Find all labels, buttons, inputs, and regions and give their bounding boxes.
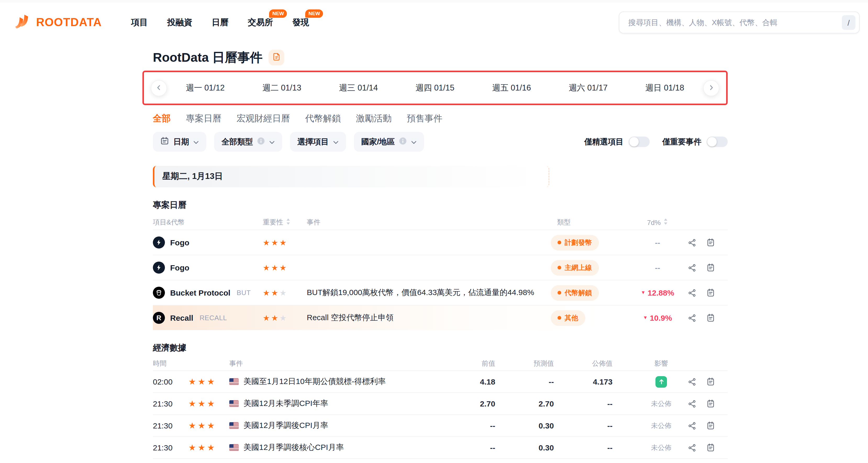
add-to-calendar-button[interactable]	[706, 288, 715, 297]
add-to-calendar-button[interactable]	[706, 443, 715, 452]
row-actions	[683, 238, 728, 247]
add-to-calendar-button[interactable]	[706, 399, 715, 408]
share-button[interactable]	[688, 377, 696, 386]
importance-cell: ★★★	[263, 263, 307, 272]
share-button[interactable]	[688, 263, 696, 272]
tab-project-calendar[interactable]: 專案日曆	[186, 112, 221, 125]
star-filled-icon: ★	[263, 313, 271, 322]
week-day-3[interactable]: 週四 01/15	[416, 82, 455, 93]
star-filled-icon: ★	[271, 263, 280, 272]
share-button[interactable]	[688, 313, 696, 322]
project-row[interactable]: Fogo★★★主網上線--	[153, 255, 728, 280]
week-day-2[interactable]: 週三 01/14	[339, 82, 378, 93]
tab-macro-calendar[interactable]: 宏观財經日曆	[237, 112, 290, 125]
search-box[interactable]: /	[619, 11, 860, 33]
day-section-title: 星期二, 1月13日	[162, 171, 223, 182]
down-triangle-icon: ▼	[641, 290, 646, 295]
toggle-switch-important-only[interactable]	[707, 137, 728, 147]
share-button[interactable]	[688, 443, 696, 452]
event-cell: 美國12月未季調CPI年率	[229, 399, 457, 408]
switch-knob	[629, 137, 639, 146]
sort-icon[interactable]	[286, 218, 290, 227]
economic-row[interactable]: 21:30★★★美國12月未季調CPI年率2.702.70--未公佈	[153, 392, 728, 415]
share-button[interactable]	[688, 421, 696, 430]
project-row[interactable]: Bucket ProtocolBUT★★★BUT解鎖19,000萬枚代幣，價值6…	[153, 280, 728, 305]
window-top-strip	[0, 0, 868, 3]
row-actions	[683, 421, 728, 430]
change-7d: --	[632, 238, 683, 247]
toggle-switch-featured-only[interactable]	[629, 137, 650, 147]
prev-week-button[interactable]	[151, 80, 167, 96]
filter-label: 選擇項目	[297, 137, 329, 147]
filters-row: 日期全部類型選擇項目國家/地區 僅精選項目僅重要事件	[153, 132, 728, 152]
economic-table-header: 時間 事件 前值 預測值 公佈值 影響	[153, 357, 728, 370]
share-button[interactable]	[688, 399, 696, 408]
nav-item-label: 投融資	[167, 18, 192, 26]
search-input[interactable]	[627, 18, 842, 27]
economic-row[interactable]: 21:30★★★美國12月未季調核心CPI年率2.602.70--未公佈	[153, 458, 728, 463]
star-filled-icon: ★	[271, 238, 280, 247]
week-day-0[interactable]: 週一 01/12	[186, 82, 225, 93]
nav-item-label: 日曆	[212, 18, 228, 26]
add-to-calendar-button[interactable]	[706, 377, 715, 386]
col-change7d[interactable]: 7d%	[632, 218, 683, 227]
economic-row[interactable]: 21:30★★★美國12月季調後核心CPI月率--0.30--未公佈	[153, 436, 728, 458]
project-row[interactable]: RRecallRECALL★★★Recall 空投代幣停止申領其他▼10.9%	[153, 305, 728, 330]
project-table-body: Fogo★★★計劃發幣--Fogo★★★主網上線--Bucket Protoco…	[153, 230, 728, 330]
nav-item-calendar[interactable]: 日曆	[212, 17, 228, 28]
nav-item-discover[interactable]: 發現NEW	[292, 17, 309, 28]
rootdata-logo[interactable]: ROOTDATA	[13, 12, 102, 32]
importance-cell: ★★★	[188, 399, 229, 408]
star-filled-icon: ★	[280, 263, 288, 272]
filter-type[interactable]: 全部類型	[214, 132, 282, 152]
week-day-4[interactable]: 週五 01/16	[492, 82, 531, 93]
economic-row[interactable]: 02:00★★★美國至1月12日10年期公債競標-得標利率4.18--4.173	[153, 370, 728, 392]
tab-incentive-activities[interactable]: 激勵活動	[356, 112, 392, 125]
add-to-calendar-button[interactable]	[706, 313, 715, 322]
week-nav-highlight-box: 週一 01/12週二 01/13週三 01/14週四 01/15週五 01/16…	[143, 71, 728, 105]
type-label: 主網上線	[565, 263, 592, 272]
share-button[interactable]	[688, 289, 696, 297]
event-text: 美國12月季調後CPI月率	[243, 421, 328, 431]
col-prev: 前值	[457, 359, 498, 368]
sort-icon[interactable]	[663, 218, 668, 227]
share-button[interactable]	[688, 238, 696, 247]
tab-all[interactable]: 全部	[153, 112, 170, 125]
star-filled-icon: ★	[263, 238, 271, 247]
main-nav: 項目投融資日曆交易所NEW發現NEW	[131, 17, 309, 28]
importance-stars: ★★★	[263, 288, 288, 297]
col-type: 類型	[548, 218, 632, 227]
importance-stars: ★★★	[263, 263, 288, 272]
project-name: Fogo	[170, 263, 189, 272]
importance-cell: ★★★	[188, 377, 229, 387]
add-to-calendar-button[interactable]	[706, 421, 715, 430]
nav-item-funding[interactable]: 投融資	[167, 17, 192, 28]
week-day-5[interactable]: 週六 01/17	[569, 82, 608, 93]
next-week-button[interactable]	[703, 80, 719, 96]
week-day-1[interactable]: 週二 01/13	[262, 82, 301, 93]
col-importance[interactable]: 重要性	[263, 218, 307, 227]
col-event: 事件	[229, 359, 457, 368]
filter-region[interactable]: 國家/地區	[354, 132, 424, 152]
project-row[interactable]: Fogo★★★計劃發幣--	[153, 230, 728, 255]
row-actions	[683, 399, 728, 408]
filter-date[interactable]: 日期	[153, 132, 206, 152]
nav-item-projects[interactable]: 項目	[131, 17, 148, 28]
col-actual: 公佈值	[557, 359, 616, 368]
info-icon	[257, 137, 265, 147]
star-filled-icon: ★	[263, 263, 271, 272]
add-to-calendar-button[interactable]	[706, 238, 715, 247]
week-day-6[interactable]: 週日 01/18	[646, 82, 684, 93]
star-filled-icon: ★	[207, 421, 216, 430]
economic-row[interactable]: 21:30★★★美國12月季調後CPI月率--0.30--未公佈	[153, 415, 728, 436]
tab-token-unlock[interactable]: 代幣解鎖	[305, 112, 341, 125]
star-empty-icon: ★	[280, 288, 288, 297]
tab-presale-events[interactable]: 預售事件	[407, 112, 442, 125]
nav-item-exchanges[interactable]: 交易所NEW	[248, 17, 273, 28]
importance-cell: ★★★	[263, 313, 307, 323]
calendar-doc-button[interactable]	[269, 50, 284, 65]
event-cell: 美國12月季調後CPI月率	[229, 421, 457, 431]
event-cell: 美國12月季調後核心CPI月率	[229, 442, 457, 453]
filter-project[interactable]: 選擇項目	[290, 132, 346, 152]
add-to-calendar-button[interactable]	[706, 263, 715, 272]
